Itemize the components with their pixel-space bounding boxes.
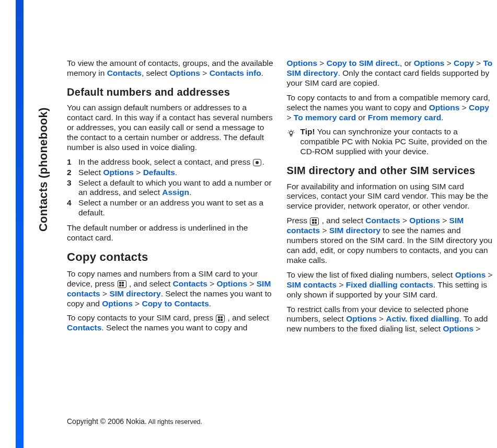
separator-gt: > [473, 324, 480, 333]
heading-copy-contacts: Copy contacts [67, 250, 275, 265]
step-number: 1 [67, 157, 78, 167]
tip-icon-cell [287, 127, 300, 157]
step-1: 1 In the address book, select a contact,… [67, 157, 275, 167]
link-options: Options [409, 216, 440, 225]
separator-gt: > [440, 216, 449, 225]
text: , and select [319, 216, 365, 225]
text: To view the list of fixed dialing number… [287, 270, 455, 279]
link-copy: Copy [454, 59, 474, 67]
text: You can synchronize your contacts to a c… [300, 127, 488, 156]
link-contacts: Contacts [107, 68, 142, 77]
sim-p3: To view the list of fixed dialing number… [287, 270, 495, 300]
tip-block: Tip! You can synchronize your contacts t… [287, 127, 495, 157]
link-activ-fixed-dialling: Activ. fixed dialling [386, 314, 459, 323]
menu-key-icon [118, 280, 126, 288]
copyright-text: Copyright © 2006 Nokia. [67, 417, 147, 426]
link-options: Options [414, 59, 445, 67]
sim-p4: To restrict calls from your device to se… [287, 305, 495, 335]
separator-gt: > [444, 59, 454, 67]
text: Select a number or an address you want t… [78, 198, 263, 217]
link-contacts: Contacts [365, 216, 400, 225]
svg-rect-6 [290, 134, 292, 136]
link-contacts-info: Contacts info [210, 68, 261, 77]
tip-label: Tip! [300, 127, 315, 136]
copyright-suffix: All rights reserved. [147, 418, 202, 426]
link-assign: Assign [162, 188, 189, 197]
right-column: Options > Copy to SIM direct., or Option… [287, 59, 495, 339]
step-number: 2 [67, 168, 78, 178]
link-options: Options [455, 270, 486, 279]
link-options: Options [429, 103, 460, 112]
left-margin-whitespace [0, 0, 16, 448]
separator-gt: > [247, 279, 257, 288]
lightbulb-icon [287, 129, 295, 137]
link-options: Options [169, 68, 200, 77]
separator-gt: > [400, 216, 410, 225]
step-content: Select a number or an address you want t… [78, 198, 275, 218]
page-number: 56 [29, 418, 40, 430]
text: , and select [127, 279, 173, 288]
steps-list: 1 In the address book, select a contact,… [67, 157, 275, 218]
memory-card-paragraph: To copy contacts to and from a compatibl… [287, 93, 495, 123]
cont-paragraph: Options > Copy to SIM direct., or Option… [287, 59, 495, 88]
separator-gt: > [377, 314, 386, 323]
separator-gt: > [320, 226, 329, 235]
step-3: 3 Select a default to which you want to … [67, 178, 275, 198]
text: . [175, 168, 177, 177]
text: . [209, 299, 211, 308]
text: In the address book, select a contact, a… [78, 157, 252, 166]
copy-p2: To copy contacts to your SIM card, press… [67, 313, 275, 333]
text: , and select [225, 313, 269, 322]
link-contacts: Contacts [173, 279, 207, 288]
text: . [441, 113, 443, 122]
default-paragraph: You can assign default numbers or addres… [67, 103, 275, 153]
link-defaults: Defaults [143, 168, 175, 177]
default-underlined-paragraph: The default number or address is underli… [67, 223, 275, 243]
separator-gt: > [287, 113, 294, 122]
sim-p1: For availability and information on usin… [287, 182, 495, 212]
link-copy-to-contacts: Copy to Contacts [142, 299, 209, 308]
side-gutter [24, 0, 57, 448]
link-options: Options [346, 314, 377, 323]
step-number: 3 [67, 178, 78, 198]
text: Select [78, 168, 103, 177]
intro-paragraph: To view the amount of contacts, groups, … [67, 59, 275, 78]
text: . Select the names you want to copy and [101, 323, 247, 332]
link-sim-directory: SIM directory [109, 289, 160, 298]
separator-gt: > [134, 168, 143, 177]
separator-gt: > [207, 279, 217, 288]
link-options: Options [443, 324, 473, 333]
step-number: 4 [67, 198, 78, 218]
link-sim-directory: SIM directory [329, 226, 380, 235]
link-contacts: Contacts [67, 323, 101, 332]
blue-sidebar-bar [16, 0, 24, 448]
separator-gt: > [317, 59, 327, 67]
separator-gt: > [200, 68, 210, 77]
text: Press [287, 216, 310, 225]
text: , select [142, 68, 169, 77]
copyright-footer: Copyright © 2006 Nokia. All rights reser… [67, 417, 202, 426]
heading-default-numbers: Default numbers and addresses [67, 86, 275, 98]
left-column: To view the amount of contacts, groups, … [67, 59, 275, 339]
separator-gt: > [133, 299, 142, 308]
link-options: Options [287, 59, 318, 67]
link-options: Options [102, 299, 133, 308]
link-sim-contacts: SIM contacts [287, 280, 337, 289]
text: , or [400, 59, 414, 67]
text: . [262, 157, 264, 166]
text: . [189, 188, 191, 197]
menu-key-icon [310, 217, 319, 225]
link-options: Options [217, 279, 248, 288]
separator-gt: > [459, 103, 469, 112]
heading-sim-directory: SIM directory and other SIM services [287, 164, 495, 177]
link-copy-to-sim-direct: Copy to SIM direct. [327, 59, 400, 67]
step-content: In the address book, select a contact, a… [78, 157, 275, 167]
step-2: 2 Select Options > Defaults. [67, 168, 275, 178]
menu-key-icon [216, 315, 225, 323]
link-from-memory-card: From memory card [368, 113, 441, 122]
copy-p1: To copy names and numbers from a SIM car… [67, 269, 275, 309]
text: . [261, 68, 263, 77]
tip-text: Tip! You can synchronize your contacts t… [300, 127, 495, 157]
separator-gt: > [337, 280, 346, 289]
text: or [356, 113, 367, 122]
